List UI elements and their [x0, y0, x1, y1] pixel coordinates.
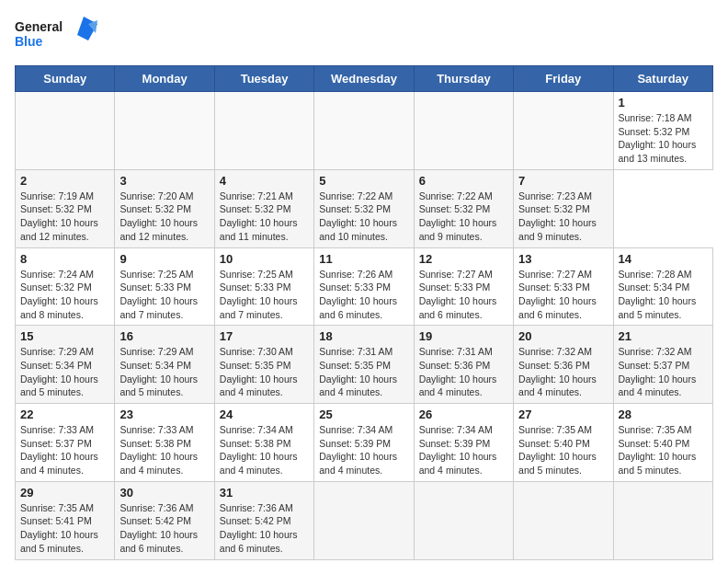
day-number: 4 — [220, 174, 309, 188]
day-info: Sunrise: 7:36 AMSunset: 5:42 PMDaylight:… — [119, 501, 209, 556]
day-number: 2 — [20, 174, 109, 188]
day-info: Sunrise: 7:27 AMSunset: 5:33 PMDaylight:… — [419, 268, 508, 322]
day-number: 3 — [119, 174, 209, 188]
day-number: 11 — [319, 252, 408, 266]
weekday-header-friday: Friday — [514, 66, 613, 92]
day-number: 6 — [419, 174, 508, 188]
day-info: Sunrise: 7:32 AMSunset: 5:36 PMDaylight:… — [518, 345, 608, 399]
calendar-table: SundayMondayTuesdayWednesdayThursdayFrid… — [15, 65, 713, 560]
weekday-header-thursday: Thursday — [414, 66, 513, 92]
svg-text:General: General — [15, 19, 63, 34]
day-number: 10 — [220, 252, 309, 266]
day-info: Sunrise: 7:25 AMSunset: 5:33 PMDaylight:… — [119, 268, 209, 322]
empty-cell — [514, 92, 613, 170]
calendar-week-4: 15Sunrise: 7:29 AMSunset: 5:34 PMDayligh… — [16, 326, 713, 404]
weekday-header-saturday: Saturday — [613, 66, 712, 92]
day-number: 23 — [119, 408, 209, 421]
calendar-week-3: 8Sunrise: 7:24 AMSunset: 5:32 PMDaylight… — [16, 247, 713, 326]
day-info: Sunrise: 7:35 AMSunset: 5:41 PMDaylight:… — [20, 501, 109, 556]
day-cell-7: 7Sunrise: 7:23 AMSunset: 5:32 PMDaylight… — [514, 169, 613, 247]
day-cell-4: 4Sunrise: 7:21 AMSunset: 5:32 PMDaylight… — [214, 169, 313, 247]
day-cell-30: 30Sunrise: 7:36 AMSunset: 5:42 PMDayligh… — [115, 481, 214, 559]
day-cell-27: 27Sunrise: 7:35 AMSunset: 5:40 PMDayligh… — [514, 404, 613, 482]
page-header: General Blue — [15, 15, 713, 56]
empty-cell — [613, 481, 712, 559]
empty-cell — [16, 92, 115, 170]
calendar-week-1: 1Sunrise: 7:18 AMSunset: 5:32 PMDaylight… — [16, 92, 713, 170]
day-cell-14: 14Sunrise: 7:28 AMSunset: 5:34 PMDayligh… — [613, 247, 712, 326]
day-cell-5: 5Sunrise: 7:22 AMSunset: 5:32 PMDaylight… — [314, 169, 414, 247]
day-cell-1: 1Sunrise: 7:18 AMSunset: 5:32 PMDaylight… — [613, 92, 712, 170]
weekday-header-wednesday: Wednesday — [314, 66, 414, 92]
day-info: Sunrise: 7:31 AMSunset: 5:35 PMDaylight:… — [319, 345, 408, 399]
day-number: 9 — [119, 252, 209, 266]
day-info: Sunrise: 7:18 AMSunset: 5:32 PMDaylight:… — [619, 111, 708, 166]
day-number: 25 — [319, 408, 408, 421]
empty-cell — [314, 92, 414, 170]
day-cell-9: 9Sunrise: 7:25 AMSunset: 5:33 PMDaylight… — [115, 247, 214, 326]
empty-cell — [414, 92, 513, 170]
day-info: Sunrise: 7:27 AMSunset: 5:33 PMDaylight:… — [518, 268, 608, 322]
weekday-header-tuesday: Tuesday — [214, 66, 313, 92]
day-number: 7 — [518, 174, 608, 188]
day-cell-26: 26Sunrise: 7:34 AMSunset: 5:39 PMDayligh… — [414, 404, 513, 482]
logo: General Blue — [15, 15, 97, 56]
day-cell-3: 3Sunrise: 7:20 AMSunset: 5:32 PMDaylight… — [115, 169, 214, 247]
day-number: 8 — [20, 252, 109, 266]
empty-cell — [414, 481, 513, 559]
day-info: Sunrise: 7:32 AMSunset: 5:37 PMDaylight:… — [619, 345, 708, 399]
day-cell-15: 15Sunrise: 7:29 AMSunset: 5:34 PMDayligh… — [16, 326, 115, 404]
day-number: 19 — [419, 329, 508, 343]
day-info: Sunrise: 7:21 AMSunset: 5:32 PMDaylight:… — [220, 190, 309, 244]
day-cell-24: 24Sunrise: 7:34 AMSunset: 5:38 PMDayligh… — [214, 404, 313, 482]
day-cell-8: 8Sunrise: 7:24 AMSunset: 5:32 PMDaylight… — [16, 247, 115, 326]
day-info: Sunrise: 7:34 AMSunset: 5:39 PMDaylight:… — [319, 423, 408, 477]
day-cell-6: 6Sunrise: 7:22 AMSunset: 5:32 PMDaylight… — [414, 169, 513, 247]
day-info: Sunrise: 7:22 AMSunset: 5:32 PMDaylight:… — [319, 190, 408, 244]
calendar-week-5: 22Sunrise: 7:33 AMSunset: 5:37 PMDayligh… — [16, 404, 713, 482]
day-number: 21 — [619, 329, 708, 343]
day-info: Sunrise: 7:19 AMSunset: 5:32 PMDaylight:… — [20, 190, 109, 244]
day-number: 14 — [619, 252, 708, 266]
day-number: 26 — [419, 408, 508, 421]
empty-cell — [115, 92, 214, 170]
day-number: 20 — [518, 329, 608, 343]
day-number: 31 — [220, 486, 309, 500]
empty-cell — [514, 481, 613, 559]
day-number: 24 — [220, 408, 309, 421]
day-number: 17 — [220, 329, 309, 343]
weekday-header-sunday: Sunday — [16, 66, 115, 92]
day-cell-2: 2Sunrise: 7:19 AMSunset: 5:32 PMDaylight… — [16, 169, 115, 247]
day-cell-23: 23Sunrise: 7:33 AMSunset: 5:38 PMDayligh… — [115, 404, 214, 482]
weekday-header-monday: Monday — [115, 66, 214, 92]
calendar-week-6: 29Sunrise: 7:35 AMSunset: 5:41 PMDayligh… — [16, 481, 713, 559]
day-cell-16: 16Sunrise: 7:29 AMSunset: 5:34 PMDayligh… — [115, 326, 214, 404]
day-info: Sunrise: 7:29 AMSunset: 5:34 PMDaylight:… — [20, 345, 109, 399]
day-info: Sunrise: 7:26 AMSunset: 5:33 PMDaylight:… — [319, 268, 408, 322]
day-info: Sunrise: 7:25 AMSunset: 5:33 PMDaylight:… — [220, 268, 309, 322]
day-info: Sunrise: 7:23 AMSunset: 5:32 PMDaylight:… — [518, 190, 608, 244]
day-info: Sunrise: 7:34 AMSunset: 5:39 PMDaylight:… — [419, 423, 508, 477]
day-cell-13: 13Sunrise: 7:27 AMSunset: 5:33 PMDayligh… — [514, 247, 613, 326]
day-number: 28 — [619, 408, 708, 421]
day-info: Sunrise: 7:33 AMSunset: 5:37 PMDaylight:… — [20, 423, 109, 477]
day-cell-28: 28Sunrise: 7:35 AMSunset: 5:40 PMDayligh… — [613, 404, 712, 482]
day-info: Sunrise: 7:33 AMSunset: 5:38 PMDaylight:… — [119, 423, 209, 477]
day-info: Sunrise: 7:35 AMSunset: 5:40 PMDaylight:… — [518, 423, 608, 477]
day-cell-22: 22Sunrise: 7:33 AMSunset: 5:37 PMDayligh… — [16, 404, 115, 482]
day-cell-10: 10Sunrise: 7:25 AMSunset: 5:33 PMDayligh… — [214, 247, 313, 326]
day-info: Sunrise: 7:28 AMSunset: 5:34 PMDaylight:… — [619, 268, 708, 322]
day-info: Sunrise: 7:22 AMSunset: 5:32 PMDaylight:… — [419, 190, 508, 244]
day-number: 29 — [20, 486, 109, 500]
day-number: 13 — [518, 252, 608, 266]
day-cell-18: 18Sunrise: 7:31 AMSunset: 5:35 PMDayligh… — [314, 326, 414, 404]
day-cell-20: 20Sunrise: 7:32 AMSunset: 5:36 PMDayligh… — [514, 326, 613, 404]
day-cell-29: 29Sunrise: 7:35 AMSunset: 5:41 PMDayligh… — [16, 481, 115, 559]
day-info: Sunrise: 7:24 AMSunset: 5:32 PMDaylight:… — [20, 268, 109, 322]
day-number: 16 — [119, 329, 209, 343]
day-info: Sunrise: 7:30 AMSunset: 5:35 PMDaylight:… — [220, 345, 309, 399]
empty-cell — [214, 92, 313, 170]
day-info: Sunrise: 7:31 AMSunset: 5:36 PMDaylight:… — [419, 345, 508, 399]
logo-svg: General Blue — [15, 15, 97, 56]
day-cell-12: 12Sunrise: 7:27 AMSunset: 5:33 PMDayligh… — [414, 247, 513, 326]
